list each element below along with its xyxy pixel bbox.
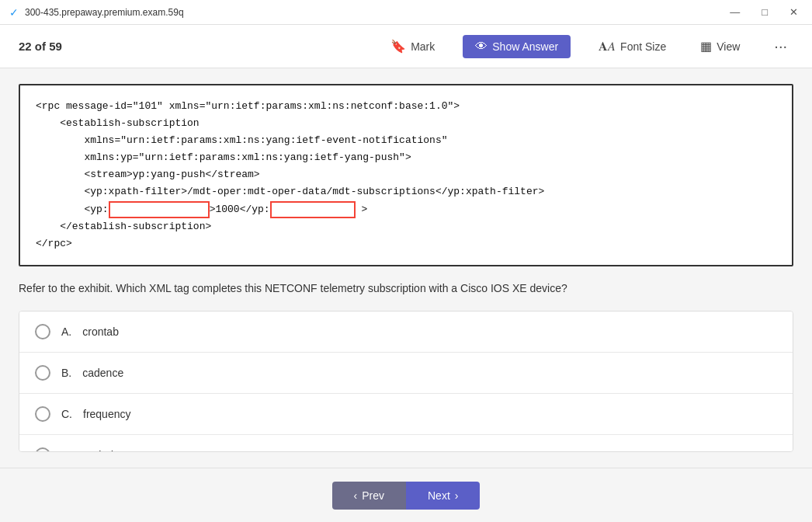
- option-radio-a[interactable]: [35, 324, 50, 339]
- bottom-navigation: ‹ Prev Next ›: [0, 468, 812, 522]
- option-label-c: C.: [61, 408, 72, 420]
- title-bar-left: ✓ 300-435.prepaway.premium.exam.59q: [9, 6, 184, 19]
- view-button[interactable]: ▦ View: [694, 36, 746, 57]
- code-line-7: <yp: >1000</yp: >: [36, 201, 776, 218]
- font-icon: 𝐀𝐴: [599, 40, 616, 54]
- option-label-b: B.: [61, 367, 71, 379]
- show-answer-label: Show Answer: [492, 40, 558, 53]
- option-text-c: frequency: [83, 408, 130, 420]
- code-line-6: <yp:xpath-filter>/mdt-oper:mdt-oper-data…: [36, 183, 776, 200]
- option-text-d: period: [83, 449, 113, 452]
- toolbar-actions: 🔖 Mark 👁 Show Answer 𝐀𝐴 Font Size ▦ View…: [384, 35, 793, 58]
- option-radio-c[interactable]: [35, 406, 50, 422]
- options-container: A. crontab B. cadence C. frequency D. pe…: [19, 311, 793, 452]
- window-title: 300-435.prepaway.premium.exam.59q: [25, 7, 184, 18]
- bookmark-icon: 🔖: [390, 39, 406, 54]
- prev-arrow-icon: ‹: [354, 489, 358, 502]
- option-radio-b[interactable]: [35, 365, 50, 381]
- option-row-b[interactable]: B. cadence: [19, 353, 793, 394]
- minimize-button[interactable]: —: [725, 5, 744, 19]
- option-text-b: cadence: [82, 367, 123, 379]
- code-line-5: <stream>yp:yang-push</stream>: [36, 166, 776, 183]
- option-radio-d[interactable]: [35, 447, 50, 452]
- toolbar: 22 of 59 🔖 Mark 👁 Show Answer 𝐀𝐴 Font Si…: [0, 25, 812, 68]
- next-button[interactable]: Next ›: [406, 482, 480, 510]
- option-row-a[interactable]: A. crontab: [19, 311, 793, 353]
- view-icon: ▦: [700, 39, 712, 54]
- code-line-1: <rpc message-id="101" xmlns="urn:ietf:pa…: [36, 98, 776, 115]
- code-exhibit: <rpc message-id="101" xmlns="urn:ietf:pa…: [19, 84, 793, 266]
- option-label-d: D.: [61, 449, 72, 452]
- option-label-a: A.: [61, 325, 71, 338]
- code-line-4: xmlns:yp="urn:ietf:params:xml:ns:yang:ie…: [36, 149, 776, 166]
- show-answer-button[interactable]: 👁 Show Answer: [463, 35, 571, 58]
- blank-open-tag: [109, 201, 210, 218]
- prev-button[interactable]: ‹ Prev: [332, 482, 406, 510]
- code-line-2: <establish-subscription: [36, 115, 776, 132]
- mark-label: Mark: [411, 40, 435, 53]
- code-line-9: </rpc>: [36, 235, 776, 252]
- view-label: View: [717, 40, 740, 53]
- font-size-label: Font Size: [620, 40, 666, 53]
- prev-label: Prev: [362, 489, 384, 502]
- next-arrow-icon: ›: [455, 489, 459, 502]
- next-label: Next: [428, 489, 450, 502]
- eye-icon: 👁: [475, 40, 488, 54]
- more-button[interactable]: ···: [768, 36, 793, 57]
- close-button[interactable]: ✕: [785, 5, 803, 19]
- title-bar: ✓ 300-435.prepaway.premium.exam.59q — □ …: [0, 0, 812, 25]
- option-row-c[interactable]: C. frequency: [19, 394, 793, 435]
- question-counter: 22 of 59: [19, 40, 62, 53]
- blank-close-tag: [270, 201, 356, 218]
- checkmark-icon: ✓: [9, 6, 19, 19]
- maximize-button[interactable]: □: [757, 5, 772, 19]
- mark-button[interactable]: 🔖 Mark: [384, 36, 441, 57]
- main-content: <rpc message-id="101" xmlns="urn:ietf:pa…: [0, 68, 812, 468]
- option-row-d[interactable]: D. period: [19, 435, 793, 452]
- option-text-a: crontab: [82, 325, 119, 338]
- font-size-button[interactable]: 𝐀𝐴 Font Size: [592, 37, 672, 57]
- code-line-8: </establish-subscription>: [36, 218, 776, 235]
- question-text: Refer to the exhibit. Which XML tag comp…: [19, 280, 793, 297]
- window-controls: — □ ✕: [725, 5, 803, 19]
- code-line-3: xmlns="urn:ietf:params:xml:ns:yang:ietf-…: [36, 132, 776, 149]
